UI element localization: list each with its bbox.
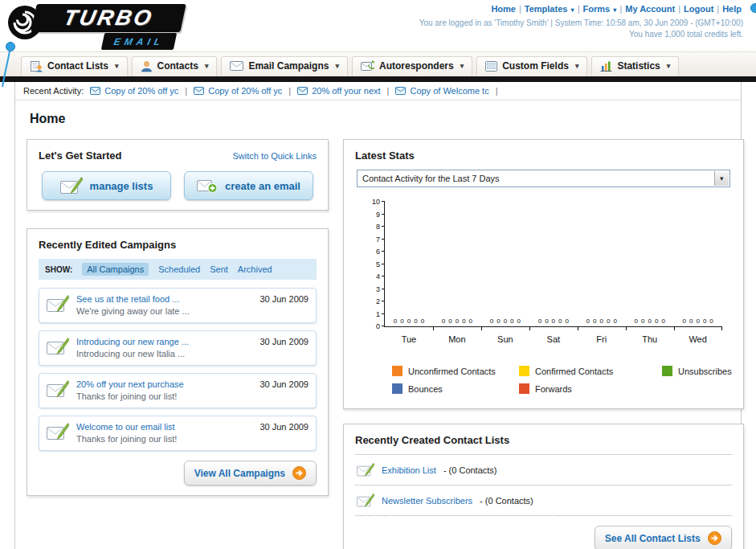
x-axis-tick bbox=[481, 326, 482, 330]
x-axis-tick bbox=[578, 326, 578, 330]
right-column: Latest Stats Contact Activity for the La… bbox=[343, 139, 744, 549]
filter-all-campaigns[interactable]: All Campaigns bbox=[82, 263, 149, 276]
value-label: 0 bbox=[558, 318, 562, 325]
create-an-email-button[interactable]: create an email bbox=[184, 171, 313, 200]
view-all-campaigns-button[interactable]: View All Campaigns bbox=[184, 461, 317, 485]
activity-link-label: Copy of 20% off yc bbox=[208, 86, 282, 96]
envelope-pencil-icon bbox=[47, 379, 69, 399]
top-link-forms[interactable]: Forms ▾ bbox=[583, 4, 617, 14]
chart-category-group: 00000Wed bbox=[674, 202, 722, 326]
legend-label: Unsubscribes bbox=[678, 367, 732, 376]
nav-tab-email-campaigns[interactable]: Email Campaigns▾ bbox=[221, 56, 348, 76]
chevron-down-icon: ▾ bbox=[714, 171, 729, 186]
contact-activity-chart: 01234567891000000Tue00000Mon00000Sun0000… bbox=[355, 202, 732, 394]
custom-fields-icon bbox=[485, 60, 497, 72]
campaign-title-link[interactable]: Introducing our new range ... bbox=[76, 337, 252, 346]
email-small-icon bbox=[194, 87, 204, 95]
value-label: 0 bbox=[648, 318, 651, 325]
campaign-row[interactable]: Introducing our new range ...Introducing… bbox=[39, 330, 317, 366]
filter-scheduled[interactable]: Scheduled bbox=[158, 264, 200, 274]
activity-link[interactable]: 20% off your next bbox=[297, 86, 380, 96]
see-all-contact-lists-button[interactable]: See All Contact Lists bbox=[595, 526, 732, 549]
top-link-my-account[interactable]: My Account bbox=[625, 4, 675, 14]
x-axis-label: Wed bbox=[674, 334, 722, 344]
value-label: 0 bbox=[462, 318, 465, 325]
content-box: Recent Activity: Copy of 20% off yc|Copy… bbox=[14, 82, 742, 549]
get-started-buttons: manage listscreate an email bbox=[39, 171, 317, 200]
top-link-logout[interactable]: Logout bbox=[684, 4, 713, 14]
contact-list-count: - (0 Contacts) bbox=[443, 465, 497, 475]
y-axis-tick-label: 9 bbox=[376, 211, 380, 218]
campaign-text: Welcome to our email listThanks for join… bbox=[76, 422, 252, 444]
nav-tab-autoresponders[interactable]: Autoresponders▾ bbox=[352, 56, 472, 76]
campaign-date: 30 Jun 2009 bbox=[259, 379, 309, 389]
activity-link[interactable]: Copy of 20% off yc bbox=[90, 86, 178, 96]
email-small-icon bbox=[395, 87, 406, 95]
value-label: 0 bbox=[613, 318, 616, 325]
campaign-text: See us at the retail food ...We're givin… bbox=[76, 294, 252, 316]
x-axis-label: Sun bbox=[481, 334, 529, 344]
button-label: create an email bbox=[225, 180, 300, 192]
separator: | bbox=[288, 86, 291, 96]
app-logo[interactable]: TURBO EMAIL bbox=[6, 0, 215, 50]
filter-archived[interactable]: Archived bbox=[238, 264, 272, 274]
legend-label: Unconfirmed Contacts bbox=[408, 367, 496, 376]
nav-tab-label: Email Campaigns bbox=[248, 60, 329, 72]
campaign-title-link[interactable]: 20% off your next purchase bbox=[76, 379, 252, 389]
nav-tab-contact-lists[interactable]: Contact Lists▾ bbox=[21, 56, 128, 76]
contacts-icon bbox=[141, 60, 153, 72]
arrow-circle-icon bbox=[292, 466, 306, 480]
contact-list-link[interactable]: Exhibition List bbox=[382, 465, 436, 475]
email-campaigns-icon bbox=[230, 61, 243, 71]
y-axis-tick-label: 3 bbox=[376, 285, 380, 293]
campaign-date: 30 Jun 2009 bbox=[259, 337, 309, 346]
latest-stats-title: Latest Stats bbox=[355, 150, 732, 162]
nav-tab-label: Statistics bbox=[617, 60, 660, 72]
get-started-title: Let's Get Started bbox=[39, 150, 122, 162]
top-link-templates[interactable]: Templates ▾ bbox=[525, 4, 574, 14]
value-label: 0 bbox=[400, 318, 403, 325]
nav-tab-contacts[interactable]: Contacts▾ bbox=[132, 56, 218, 76]
contact-lists-icon bbox=[30, 60, 43, 72]
chevron-down-icon: ▾ bbox=[115, 62, 119, 70]
campaign-title-link[interactable]: Welcome to our email list bbox=[76, 422, 252, 432]
switch-quick-links-link[interactable]: Switch to Quick Links bbox=[232, 151, 317, 161]
campaign-row[interactable]: Welcome to our email listThanks for join… bbox=[39, 416, 317, 451]
activity-link[interactable]: Copy of Welcome tc bbox=[395, 86, 488, 96]
top-link-home[interactable]: Home bbox=[491, 4, 516, 14]
activity-link-label: Copy of 20% off yc bbox=[104, 86, 178, 96]
nav-tab-statistics[interactable]: Statistics▾ bbox=[591, 56, 679, 76]
value-label: 0 bbox=[703, 318, 706, 325]
chart-category-group: 00000Fri bbox=[578, 202, 626, 326]
nav-tab-custom-fields[interactable]: Custom Fields▾ bbox=[476, 56, 587, 76]
activity-link[interactable]: Copy of 20% off yc bbox=[194, 86, 282, 96]
value-labels: 00000 bbox=[626, 318, 674, 325]
contact-list-row: Newsletter Subscribers- (0 Contacts) bbox=[355, 485, 732, 516]
campaigns-panel: Recently Edited Campaigns SHOW: All Camp… bbox=[27, 228, 329, 496]
manage-lists-button[interactable]: manage lists bbox=[42, 171, 171, 200]
x-axis-label: Mon bbox=[433, 334, 481, 344]
envelope-pencil-icon bbox=[60, 176, 83, 195]
recent-activity-items: Copy of 20% off yc|Copy of 20% off yc|20… bbox=[90, 86, 497, 96]
contact-list-row: Exhibition List- (0 Contacts) bbox=[355, 454, 732, 485]
campaign-filters: All CampaignsScheduledSentArchived bbox=[82, 263, 272, 276]
campaign-row[interactable]: 20% off your next purchaseThanks for joi… bbox=[39, 373, 317, 408]
top-link-help[interactable]: Help bbox=[722, 4, 742, 14]
legend-swatch bbox=[392, 383, 403, 394]
autoresponders-icon bbox=[361, 60, 374, 72]
campaign-list: See us at the retail food ...We're givin… bbox=[39, 288, 317, 451]
value-label: 0 bbox=[490, 318, 493, 325]
separator: | bbox=[185, 86, 187, 96]
chart-category-group: 00000Thu bbox=[626, 202, 674, 326]
campaign-row[interactable]: See us at the retail food ...We're givin… bbox=[39, 288, 317, 323]
filter-sent[interactable]: Sent bbox=[210, 264, 228, 274]
stats-period-select[interactable]: Contact Activity for the Last 7 Days ▾ bbox=[357, 170, 730, 187]
page-title: Home bbox=[30, 112, 729, 126]
corner-dot bbox=[750, 3, 756, 13]
campaign-title-link[interactable]: See us at the retail food ... bbox=[76, 294, 252, 304]
stats-period-value: Contact Activity for the Last 7 Days bbox=[362, 174, 500, 183]
x-axis-label: Sat bbox=[529, 334, 578, 344]
contact-list-link[interactable]: Newsletter Subscribers bbox=[382, 496, 472, 506]
x-axis-tick bbox=[626, 326, 627, 330]
envelope-pencil-small-icon bbox=[357, 462, 374, 477]
